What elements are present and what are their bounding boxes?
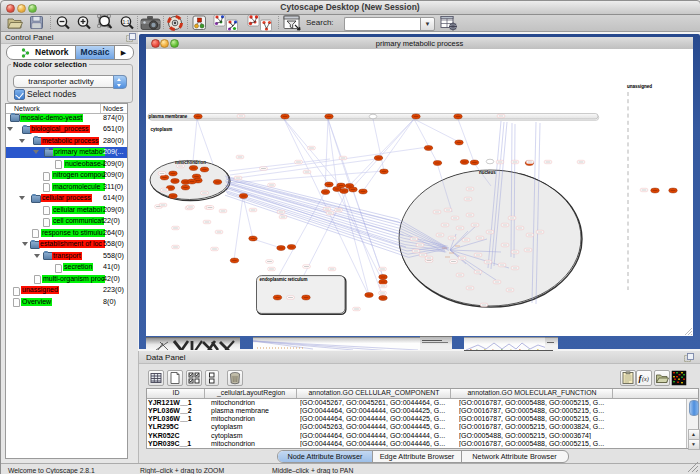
svg-text:mitochondrion: mitochondrion [175,160,206,165]
svg-text:plasma membrane: plasma membrane [149,114,188,119]
svg-text:cytoplasm: cytoplasm [151,127,173,132]
svg-text:unassigned: unassigned [627,84,652,89]
svg-text:(x): (x) [642,376,649,383]
svg-text:endoplasmic reticulum: endoplasmic reticulum [260,277,308,282]
svg-text:1:1: 1:1 [123,19,130,25]
svg-text:nucleus: nucleus [479,170,496,175]
